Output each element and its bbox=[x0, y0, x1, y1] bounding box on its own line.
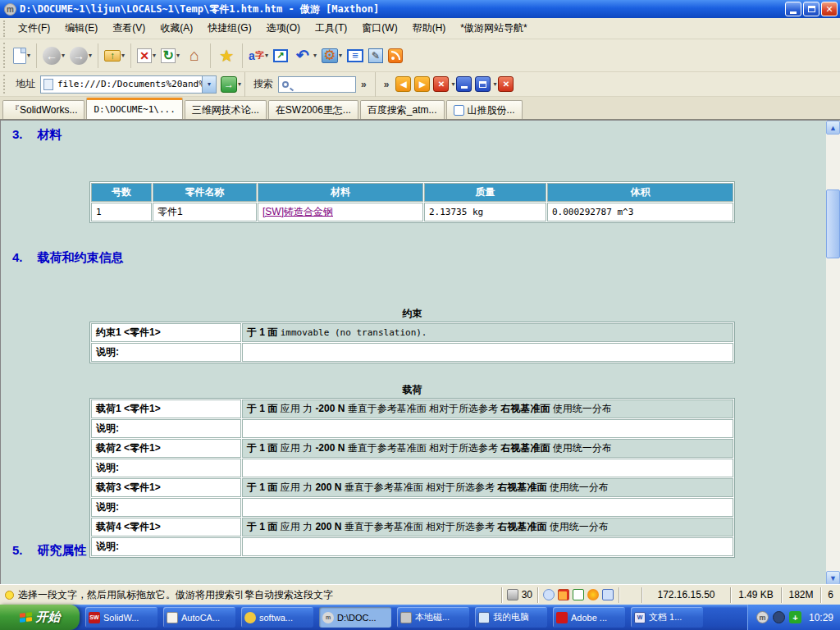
favorites-button[interactable]: ★ bbox=[214, 43, 239, 69]
tab-solidworks[interactable]: 『SolidWorks... bbox=[2, 100, 84, 119]
toolbar-gripper[interactable] bbox=[3, 43, 7, 68]
status-icons-segment bbox=[537, 587, 619, 603]
taskbar-item-word-doc[interactable]: W文档 1... bbox=[631, 607, 703, 628]
next-tab-button[interactable]: ▶ bbox=[414, 76, 430, 92]
translate-button[interactable]: a字▾ bbox=[246, 43, 271, 69]
menu-favorites[interactable]: 收藏(A) bbox=[153, 19, 200, 38]
close-tab-button[interactable]: ✕ bbox=[433, 76, 449, 92]
restore-button[interactable] bbox=[803, 2, 819, 16]
edit-icon[interactable] bbox=[602, 589, 614, 600]
tab-label: 『SolidWorks... bbox=[10, 103, 77, 117]
favicon-icon bbox=[454, 105, 464, 116]
menu-help[interactable]: 帮助(H) bbox=[405, 19, 454, 38]
refresh-button[interactable]: ↻▾ bbox=[158, 43, 182, 69]
sun-icon[interactable] bbox=[587, 589, 599, 600]
forward-button[interactable]: →▾ bbox=[67, 43, 94, 69]
menu-groups[interactable]: 快捷组(G) bbox=[200, 19, 258, 38]
menu-window[interactable]: 窗口(W) bbox=[354, 19, 404, 38]
form-icon: ≡ bbox=[347, 49, 363, 62]
form-filler-button[interactable]: ≡ bbox=[345, 43, 366, 69]
undo-button[interactable]: ↶▾ bbox=[290, 43, 319, 69]
taskbar-item-adobe[interactable]: Adobe ... bbox=[553, 607, 625, 628]
material-link[interactable]: [SW]铸造合金钢 bbox=[262, 206, 333, 217]
cell-number: 1 bbox=[91, 203, 152, 221]
prev-tab-button[interactable]: ◀ bbox=[395, 76, 411, 92]
load-label: 载荷2 <零件1> bbox=[91, 439, 241, 458]
dropdown-caret-icon[interactable]: ▾ bbox=[176, 52, 180, 59]
tab-count: 6 bbox=[828, 589, 833, 600]
home-button[interactable]: ⌂ bbox=[182, 43, 207, 69]
taskbar-item-autocad[interactable]: AutoCA... bbox=[163, 607, 235, 628]
dropdown-caret-icon[interactable]: ▾ bbox=[62, 52, 65, 59]
loop-icon[interactable] bbox=[543, 589, 555, 600]
page-content: 3.材料 号数 零件名称 材料 质量 体积 1 零件1 [SW]铸造合金钢 2.… bbox=[0, 120, 840, 584]
forward-doc-icon[interactable] bbox=[573, 589, 584, 600]
computer-icon bbox=[478, 612, 490, 623]
stop-button[interactable]: ✕▾ bbox=[135, 43, 158, 69]
menu-edit[interactable]: 编辑(E) bbox=[57, 19, 105, 38]
loads-caption: 载荷 bbox=[89, 383, 735, 397]
tab-sw2006[interactable]: 在SW2006里怎... bbox=[268, 100, 358, 119]
close-button[interactable]: ✕ bbox=[821, 2, 838, 16]
back-button[interactable]: ←▾ bbox=[40, 43, 67, 69]
dropdown-caret-icon[interactable]: ▾ bbox=[153, 52, 156, 59]
taskbar-item-software[interactable]: softwa... bbox=[241, 607, 313, 628]
go-button[interactable]: → bbox=[221, 76, 237, 93]
taskbar-item-solidworks[interactable]: SWSolidW... bbox=[85, 607, 158, 628]
taskbar-item-maxthon[interactable]: mD:\DOC... bbox=[319, 607, 391, 628]
menu-view[interactable]: 查看(V) bbox=[105, 19, 153, 38]
tools-button[interactable]: ⚙▾ bbox=[319, 43, 345, 69]
overflow-chevron-icon[interactable]: » bbox=[384, 79, 390, 90]
tab-baidu-search[interactable]: 百度搜索_atm... bbox=[360, 100, 445, 119]
dropdown-caret-icon[interactable]: ▾ bbox=[493, 80, 496, 88]
dropdown-caret-icon[interactable]: ▾ bbox=[121, 52, 125, 59]
tray-antivirus-icon[interactable]: + bbox=[789, 611, 801, 623]
dropdown-caret-icon[interactable]: ▾ bbox=[451, 80, 454, 88]
dropdown-caret-icon[interactable]: ▾ bbox=[339, 52, 342, 59]
vertical-scrollbar[interactable]: ▲ ▼ bbox=[826, 121, 840, 585]
menu-options[interactable]: 选项(O) bbox=[259, 19, 308, 38]
resize-window-button[interactable]: ↗ bbox=[271, 43, 290, 69]
dropdown-caret-icon[interactable]: ▾ bbox=[238, 80, 241, 88]
tray-maxthon-icon[interactable]: m bbox=[756, 611, 769, 623]
scroll-down-button[interactable]: ▼ bbox=[826, 571, 840, 585]
address-combo[interactable]: file:///D:/Documents%20and%20Se ▾ bbox=[40, 75, 217, 94]
address-input[interactable]: file:///D:/Documents%20and%20Se bbox=[56, 79, 202, 89]
minimize-button[interactable] bbox=[785, 2, 801, 16]
dropdown-caret-icon[interactable]: ▾ bbox=[265, 52, 268, 59]
popup-blocker-icon[interactable] bbox=[558, 589, 569, 600]
menu-tools[interactable]: 工具(T) bbox=[308, 19, 354, 38]
dropdown-caret-icon[interactable]: ▾ bbox=[313, 52, 317, 59]
scrollbar-thumb[interactable] bbox=[826, 189, 840, 258]
taskbar-item-my-computer[interactable]: 我的电脑 bbox=[475, 607, 547, 628]
arrow-left-icon: ◀ bbox=[400, 80, 407, 89]
overflow-chevron-icon[interactable]: » bbox=[361, 79, 367, 90]
rss-button[interactable] bbox=[386, 43, 405, 69]
resize-icon: ↗ bbox=[273, 49, 288, 62]
menu-file[interactable]: 文件(F) bbox=[11, 19, 57, 38]
notes-button[interactable]: ✎ bbox=[366, 43, 386, 69]
col-header-part-name: 零件名称 bbox=[153, 183, 257, 202]
section-number: 4. bbox=[12, 250, 23, 264]
dropdown-caret-icon[interactable]: ▾ bbox=[27, 52, 30, 59]
toolbar-gripper[interactable] bbox=[3, 21, 7, 37]
tab-current-document[interactable]: D:\DOCUME~1\... bbox=[86, 98, 182, 119]
menu-maxthon-nav[interactable]: *傲游网站导航* bbox=[453, 19, 534, 38]
recycle-bin-icon[interactable] bbox=[507, 589, 518, 600]
restore-tab-button[interactable] bbox=[475, 76, 491, 92]
tray-volume-icon[interactable] bbox=[773, 611, 785, 623]
up-folder-button[interactable]: ↑▾ bbox=[102, 43, 127, 69]
minimize-tab-button[interactable] bbox=[456, 76, 472, 92]
address-dropdown[interactable]: ▾ bbox=[202, 76, 216, 93]
toolbar-gripper[interactable] bbox=[3, 75, 7, 94]
dropdown-caret-icon[interactable]: ▾ bbox=[89, 52, 92, 59]
taskbar-item-local-disk[interactable]: 本地磁... bbox=[397, 607, 469, 628]
close-all-button[interactable]: ✕ bbox=[498, 76, 514, 92]
memory-usage: 182M bbox=[788, 589, 813, 600]
tab-shantui[interactable]: 山推股份... bbox=[446, 100, 523, 119]
new-page-button[interactable]: ▾ bbox=[11, 43, 33, 69]
search-input[interactable] bbox=[278, 76, 356, 93]
start-button[interactable]: 开始 bbox=[0, 605, 80, 630]
tab-3d-forum[interactable]: 三维网技术论... bbox=[185, 100, 267, 119]
scroll-up-button[interactable]: ▲ bbox=[826, 121, 840, 135]
